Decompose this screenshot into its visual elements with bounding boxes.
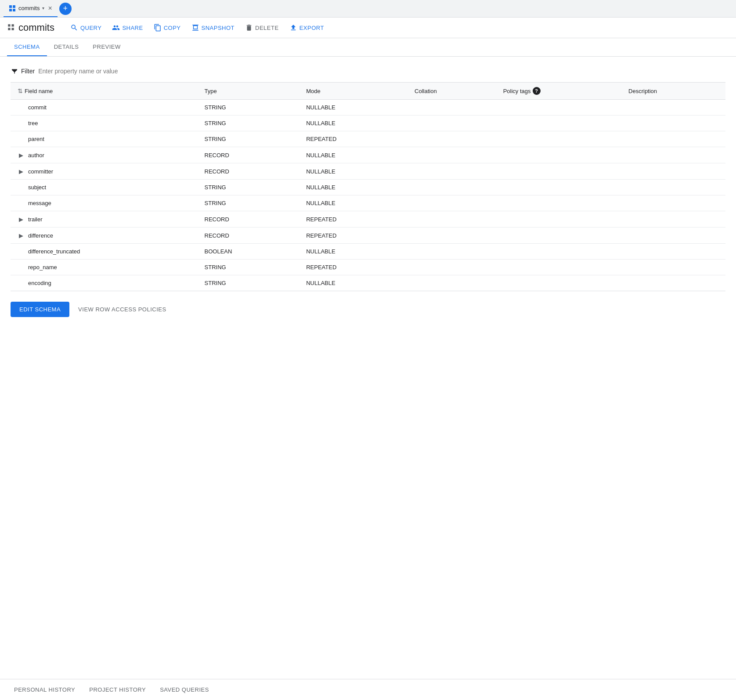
- field-name: message: [28, 200, 51, 206]
- table-row: encodingSTRINGNULLABLE: [11, 275, 725, 291]
- filter-row: Filter: [11, 64, 725, 79]
- copy-button[interactable]: COPY: [148, 21, 186, 34]
- field-mode: NULLABLE: [299, 195, 408, 211]
- edit-schema-button[interactable]: EDIT SCHEMA: [11, 302, 69, 317]
- expand-arrow-icon[interactable]: ▶: [18, 168, 25, 175]
- main-content: Filter ⇅ Field name Type Mode Collation …: [0, 57, 736, 335]
- field-type: STRING: [198, 131, 299, 147]
- field-type: STRING: [198, 275, 299, 291]
- field-description: [621, 260, 725, 275]
- field-collation: [408, 131, 496, 147]
- field-type: RECORD: [198, 163, 299, 180]
- svg-rect-7: [12, 28, 14, 30]
- tab-preview[interactable]: PREVIEW: [86, 38, 127, 56]
- field-collation: [408, 227, 496, 244]
- svg-rect-2: [9, 9, 12, 11]
- field-name: committer: [28, 168, 53, 175]
- tab-commits[interactable]: commits ▾ ×: [4, 0, 58, 17]
- add-tab-button[interactable]: +: [59, 3, 72, 15]
- field-name: parent: [28, 136, 44, 142]
- field-name-cell: message: [11, 195, 198, 211]
- svg-rect-6: [8, 28, 10, 30]
- table-row: ▶committerRECORDNULLABLE: [11, 163, 725, 180]
- field-name: difference: [28, 232, 53, 239]
- field-policy-tags: [496, 131, 621, 147]
- field-name-cell: commit: [11, 100, 198, 115]
- svg-rect-4: [8, 24, 10, 26]
- page-title: commits: [18, 22, 54, 33]
- field-collation: [408, 115, 496, 131]
- tab-details[interactable]: DETAILS: [47, 38, 86, 56]
- tab-schema[interactable]: SCHEMA: [7, 38, 47, 56]
- policy-tags-help-icon[interactable]: ?: [533, 87, 541, 95]
- field-name-cell: repo_name: [11, 260, 198, 275]
- table-row: messageSTRINGNULLABLE: [11, 195, 725, 211]
- export-icon: [289, 24, 297, 32]
- field-description: [621, 275, 725, 291]
- field-collation: [408, 211, 496, 227]
- field-name: encoding: [28, 280, 51, 286]
- field-mode: NULLABLE: [299, 147, 408, 163]
- field-description: [621, 180, 725, 195]
- field-type: RECORD: [198, 211, 299, 227]
- filter-input[interactable]: [38, 68, 725, 75]
- svg-rect-5: [12, 24, 14, 26]
- field-name-cell: ▶difference: [11, 227, 198, 244]
- field-policy-tags: [496, 227, 621, 244]
- table-row: difference_truncatedBOOLEANNULLABLE: [11, 244, 725, 260]
- field-type: RECORD: [198, 147, 299, 163]
- tab-dropdown-icon[interactable]: ▾: [42, 6, 44, 11]
- col-header-description: Description: [621, 83, 725, 100]
- field-name-cell: parent: [11, 131, 198, 147]
- field-mode: NULLABLE: [299, 163, 408, 180]
- field-collation: [408, 147, 496, 163]
- field-name-cell: difference_truncated: [11, 244, 198, 260]
- field-mode: NULLABLE: [299, 244, 408, 260]
- field-name-cell: subject: [11, 180, 198, 195]
- expand-arrow-icon[interactable]: ▶: [18, 216, 25, 223]
- field-collation: [408, 275, 496, 291]
- filter-icon: [11, 67, 18, 75]
- share-button[interactable]: SHARE: [107, 21, 148, 34]
- delete-button[interactable]: DELETE: [240, 21, 284, 34]
- schema-table: ⇅ Field name Type Mode Collation Policy …: [11, 82, 725, 291]
- table-row: ▶differenceRECORDREPEATED: [11, 227, 725, 244]
- snapshot-button[interactable]: SNAPSHOT: [186, 21, 240, 34]
- field-name-cell: ▶author: [11, 147, 198, 163]
- field-collation: [408, 180, 496, 195]
- field-name: commit: [28, 104, 47, 111]
- query-button[interactable]: QUERY: [65, 21, 107, 34]
- sub-tabs: SCHEMA DETAILS PREVIEW: [0, 38, 736, 57]
- tab-bar: commits ▾ × +: [0, 0, 736, 18]
- field-mode: NULLABLE: [299, 180, 408, 195]
- field-name-cell: tree: [11, 115, 198, 131]
- table-row: commitSTRINGNULLABLE: [11, 100, 725, 115]
- field-type: BOOLEAN: [198, 244, 299, 260]
- field-mode: REPEATED: [299, 227, 408, 244]
- svg-rect-1: [13, 5, 15, 8]
- toolbar-grid-icon: [7, 23, 15, 32]
- field-policy-tags: [496, 147, 621, 163]
- expand-arrow-icon[interactable]: ▶: [18, 152, 25, 159]
- table-row: repo_nameSTRINGREPEATED: [11, 260, 725, 275]
- delete-icon: [245, 24, 253, 32]
- grid-icon: [9, 5, 16, 12]
- svg-rect-3: [13, 9, 15, 11]
- sort-arrows-icon[interactable]: ⇅: [18, 87, 23, 94]
- view-row-access-policies-button[interactable]: VIEW ROW ACCESS POLICIES: [76, 302, 168, 317]
- col-header-type: Type: [198, 83, 299, 100]
- field-mode: REPEATED: [299, 131, 408, 147]
- field-description: [621, 195, 725, 211]
- field-description: [621, 100, 725, 115]
- col-header-mode: Mode: [299, 83, 408, 100]
- field-mode: NULLABLE: [299, 275, 408, 291]
- export-button[interactable]: EXPORT: [284, 21, 329, 34]
- field-description: [621, 115, 725, 131]
- expand-arrow-icon[interactable]: ▶: [18, 232, 25, 239]
- svg-rect-0: [9, 5, 12, 8]
- field-description: [621, 163, 725, 180]
- field-mode: NULLABLE: [299, 100, 408, 115]
- field-collation: [408, 195, 496, 211]
- tab-close-icon[interactable]: ×: [48, 4, 52, 12]
- field-name: repo_name: [28, 264, 57, 271]
